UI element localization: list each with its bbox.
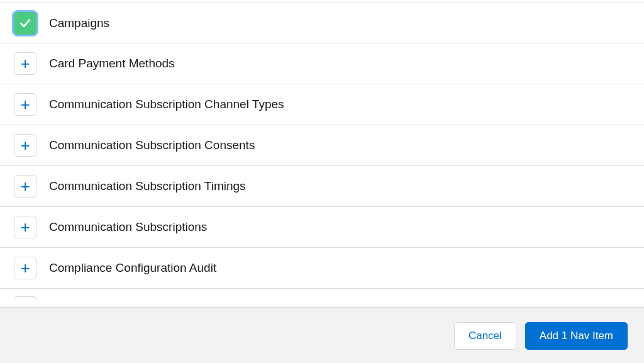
list-item-label: Compliance Configuration Audit xyxy=(49,261,216,275)
plus-icon[interactable]: + xyxy=(14,216,36,238)
cancel-button[interactable]: Cancel xyxy=(454,322,516,350)
plus-icon[interactable]: + xyxy=(14,175,36,198)
footer: Cancel Add 1 Nav Item xyxy=(0,307,644,363)
list-item[interactable]: + Card Payment Methods xyxy=(0,43,644,84)
check-icon[interactable] xyxy=(14,12,36,35)
plus-icon[interactable]: + xyxy=(14,93,36,116)
nav-item-list: Campaigns + Card Payment Methods + Commu… xyxy=(0,0,644,307)
add-nav-item-button[interactable]: Add 1 Nav Item xyxy=(525,322,628,350)
list-item[interactable]: + Compliance Configuration Audit xyxy=(0,248,644,289)
list-item-partial: + xyxy=(0,289,644,301)
list-item-label: Communication Subscription Consents xyxy=(49,138,255,152)
list-item-label: Communication Subscriptions xyxy=(49,220,207,234)
list-item-label: Campaigns xyxy=(49,16,109,30)
list-item[interactable]: + Communication Subscription Channel Typ… xyxy=(0,84,644,125)
list-item[interactable]: + Communication Subscription Consents xyxy=(0,125,644,166)
list-item[interactable]: + Communication Subscription Timings xyxy=(0,166,644,207)
plus-icon[interactable]: + xyxy=(14,257,36,279)
plus-icon[interactable]: + xyxy=(14,52,36,75)
list-item-label: Communication Subscription Channel Types xyxy=(49,98,284,111)
list-item-label: Card Payment Methods xyxy=(49,57,175,70)
list-item-label: Communication Subscription Timings xyxy=(49,179,246,193)
plus-icon[interactable]: + xyxy=(14,134,36,157)
plus-icon[interactable]: + xyxy=(14,296,36,301)
list-item[interactable]: + Communication Subscriptions xyxy=(0,207,644,248)
list-item[interactable]: Campaigns xyxy=(0,3,644,43)
